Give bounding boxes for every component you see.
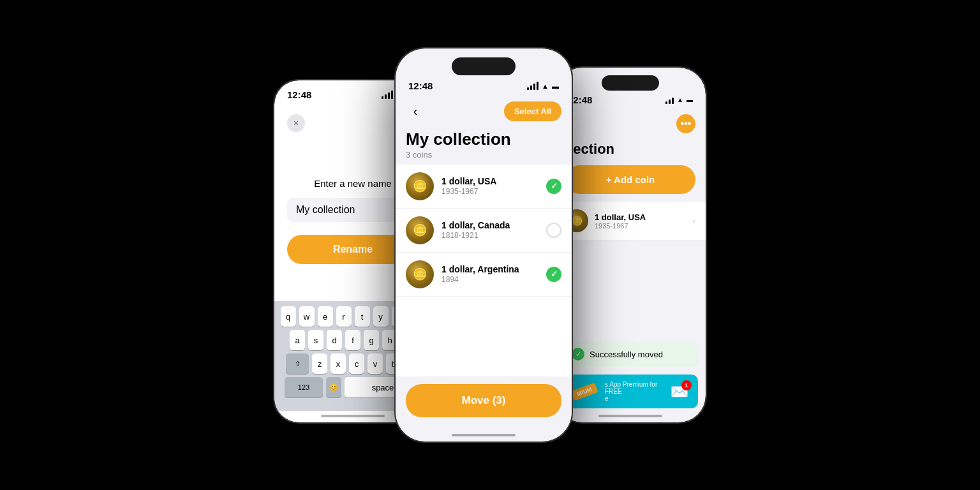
collection-title: My collection <box>406 130 561 149</box>
notification-badge: 1 <box>681 380 692 390</box>
key-w[interactable]: w <box>299 306 315 327</box>
rename-label: Enter a new name <box>314 178 392 189</box>
coin-avatar-2: 🪙 <box>406 216 434 244</box>
signal-icon <box>382 91 393 99</box>
key-emoji[interactable]: 😊 <box>326 377 341 397</box>
detail-title-section: llection <box>555 138 706 165</box>
signal-icon-2 <box>527 82 538 90</box>
detail-coin-year: 1935-1967 <box>595 222 692 230</box>
detail-title: llection <box>565 141 695 158</box>
key-c[interactable]: c <box>349 353 364 374</box>
phone-collection: 12:48 ▲ ▬ ‹ Select All My collecti <box>394 47 573 443</box>
time-1: 12:48 <box>287 89 311 100</box>
home-indicator-3 <box>598 415 662 417</box>
phone-detail: 12:48 ▲ ▬ ••• llection + Add coin <box>554 66 707 424</box>
wifi-icon-3: ▲ <box>677 96 683 103</box>
list-item[interactable]: 🪙 1 dollar, USA 1935-1967 › <box>555 202 706 241</box>
add-coin-button[interactable]: + Add coin <box>565 165 695 194</box>
key-z[interactable]: z <box>312 353 327 374</box>
check-circle-2[interactable] <box>546 223 561 238</box>
coin-info-3: 1 dollar, Argentina 1894 <box>442 264 546 284</box>
check-circle-1[interactable] <box>546 179 561 194</box>
premium-text: s App Premium for FREE e <box>605 381 665 402</box>
move-button[interactable]: Move (3) <box>406 384 561 417</box>
dynamic-island-3 <box>602 75 659 91</box>
coin-avatar-3: 🪙 <box>406 260 434 288</box>
home-indicator-1 <box>321 415 385 417</box>
signal-icon-3 <box>665 96 674 104</box>
coin-name-1: 1 dollar, USA <box>442 176 546 186</box>
more-button[interactable]: ••• <box>676 114 695 133</box>
time-2: 12:48 <box>408 80 433 91</box>
premium-line2: e <box>605 395 665 402</box>
key-a[interactable]: a <box>290 330 305 350</box>
status-icons-3: ▲ ▬ <box>665 96 693 104</box>
key-v[interactable]: v <box>368 353 383 374</box>
check-circle-3[interactable] <box>546 267 561 282</box>
move-button-container: Move (3) <box>396 376 572 430</box>
coin-name-3: 1 dollar, Argentina <box>442 264 546 274</box>
key-d[interactable]: d <box>327 330 342 350</box>
close-button[interactable]: × <box>287 114 305 132</box>
key-r[interactable]: r <box>336 306 352 327</box>
envelope-container: ✉️ 1 <box>670 383 689 401</box>
coin-info-1: 1 dollar, USA 1935-1967 <box>442 176 546 196</box>
coin-year-2: 1818-1921 <box>442 231 546 240</box>
key-y[interactable]: y <box>373 306 389 327</box>
dynamic-island-area-3 <box>555 68 706 93</box>
collection-header: ‹ Select All <box>396 95 572 128</box>
coin-list: 🪙 1 dollar, USA 1935-1967 🪙 1 dollar, Ca… <box>396 165 572 376</box>
key-f[interactable]: f <box>345 330 360 350</box>
key-q[interactable]: q <box>281 306 296 327</box>
status-bar-3: 12:48 ▲ ▬ <box>555 93 706 109</box>
detail-header: ••• <box>555 109 706 138</box>
status-bar-2: 12:48 ▲ ▬ <box>396 78 572 95</box>
premium-line1: s App Premium for FREE <box>605 381 665 395</box>
premium-badge: MIUM <box>570 382 598 401</box>
collection-title-section: My collection 3 coins <box>396 128 572 165</box>
collection-subtitle: 3 coins <box>406 150 561 160</box>
success-text: Successfully moved <box>590 350 663 359</box>
key-x[interactable]: x <box>330 353 346 374</box>
key-numbers[interactable]: 123 <box>285 377 323 397</box>
spacer <box>555 241 706 336</box>
dynamic-island <box>452 57 516 75</box>
coin-info-2: 1 dollar, Canada 1818-1921 <box>442 220 546 240</box>
key-e[interactable]: e <box>318 306 333 327</box>
key-g[interactable]: g <box>364 330 379 350</box>
success-banner: ✓ Successfully moved <box>563 341 698 367</box>
list-item[interactable]: 🪙 1 dollar, Canada 1818-1921 <box>396 209 572 253</box>
home-indicator-2 <box>452 434 516 436</box>
detail-coin-name: 1 dollar, USA <box>595 212 692 222</box>
chevron-right-icon: › <box>692 216 695 226</box>
coin-name-2: 1 dollar, Canada <box>442 220 546 230</box>
list-item[interactable]: 🪙 1 dollar, USA 1935-1967 <box>396 165 572 209</box>
battery-icon-2: ▬ <box>552 82 559 90</box>
rename-input[interactable] <box>296 204 410 216</box>
key-t[interactable]: t <box>355 306 370 327</box>
battery-icon-3: ▬ <box>687 96 693 103</box>
select-all-button[interactable]: Select All <box>504 101 561 121</box>
wifi-icon-2: ▲ <box>542 82 549 90</box>
premium-banner[interactable]: MIUM s App Premium for FREE e ✉️ 1 <box>563 375 698 408</box>
key-s[interactable]: s <box>308 330 323 350</box>
list-item[interactable]: 🪙 1 dollar, Argentina 1894 <box>396 253 572 297</box>
back-button[interactable]: ‹ <box>406 102 425 121</box>
success-icon: ✓ <box>572 348 584 360</box>
dynamic-island-area <box>396 48 572 78</box>
detail-coin-info: 1 dollar, USA 1935-1967 <box>595 212 692 230</box>
coin-year-3: 1894 <box>442 275 546 284</box>
coin-year-1: 1935-1967 <box>442 187 546 196</box>
key-shift[interactable]: ⇧ <box>286 353 309 374</box>
coin-avatar-1: 🪙 <box>406 172 434 200</box>
status-icons-2: ▲ ▬ <box>527 82 559 90</box>
